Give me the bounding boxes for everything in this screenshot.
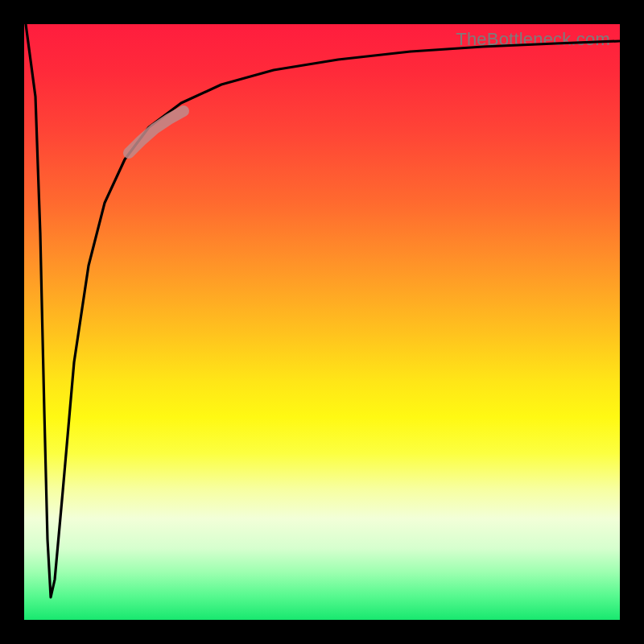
chart-frame: TheBottleneck.com — [0, 0, 644, 644]
bottleneck-curve-path — [26, 24, 620, 597]
curve-svg — [24, 24, 620, 620]
plot-area: TheBottleneck.com — [24, 24, 620, 620]
highlight-segment — [129, 111, 184, 153]
